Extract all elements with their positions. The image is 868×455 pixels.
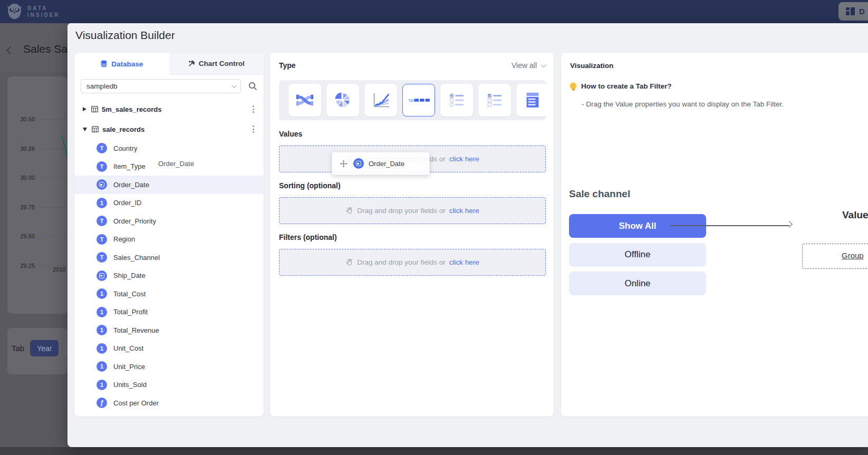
dropzone-text: Drag and drop your fields or xyxy=(357,258,445,266)
tools-icon xyxy=(188,60,195,67)
database-select-value: sampledb xyxy=(86,82,118,90)
visualization-panel: Visualization How to create a Tab Filter… xyxy=(561,53,868,417)
tree-table-5m-sales-records[interactable]: 5m_sales_records xyxy=(74,99,264,119)
top-navbar: DATA INSIDER D xyxy=(0,0,868,23)
bg-tab-option-year[interactable]: Year xyxy=(30,340,59,356)
preview-tab-button-show-all[interactable]: Show All xyxy=(569,214,706,238)
table-icon xyxy=(91,106,98,112)
field-row-unit-price[interactable]: 1Unit_Price xyxy=(74,357,264,376)
field-label: Total_Cost xyxy=(113,290,146,298)
background-line-chart: 2010 30.5030.2530.0029.7529.5029.25 xyxy=(7,76,67,314)
drag-chip-order-date[interactable]: Order_Date xyxy=(332,152,430,175)
field-label: Total_Profit xyxy=(113,308,148,316)
svg-text:Tab: Tab xyxy=(408,99,414,102)
kebab-menu-icon[interactable] xyxy=(253,125,254,133)
field-label: Ship_Date xyxy=(113,272,146,279)
builder-panel: Type View all Tab Values Drag and drop y… xyxy=(270,53,554,417)
annotation-box-label: Group xyxy=(842,251,864,260)
number-field-icon: 1 xyxy=(97,307,107,317)
lightbulb-icon xyxy=(570,83,576,89)
type-section-label: Type xyxy=(279,61,296,70)
drag-ghost-label: Order_Date xyxy=(158,160,194,168)
owl-logo-icon xyxy=(6,3,23,20)
tab-database[interactable]: Database xyxy=(74,53,169,75)
tab-chart-control[interactable]: Chart Control xyxy=(169,53,264,75)
chart-line-series xyxy=(7,76,67,314)
field-row-total-revenue[interactable]: 1Total_Revenue xyxy=(74,321,264,340)
field-label: Cost per Order xyxy=(113,399,159,407)
chart-type-radio-list[interactable] xyxy=(440,84,473,117)
view-all-button[interactable]: View all xyxy=(512,61,545,70)
field-row-order-priority[interactable]: TOrder_Priority xyxy=(74,212,264,230)
field-row-total-cost[interactable]: 1Total_Cost xyxy=(74,285,264,303)
field-row-order-id[interactable]: 1Order_ID xyxy=(74,194,264,212)
dropzone-click-here-link[interactable]: click here xyxy=(449,207,479,215)
visualization-builder-modal: Visualization Builder Database Chart Con… xyxy=(67,23,868,447)
chart-x-tick: 2010 xyxy=(53,266,65,273)
dashboard-icon xyxy=(846,7,855,15)
field-row-cost-per-order[interactable]: ƒCost per Order xyxy=(74,394,264,412)
filters-dropzone[interactable]: Drag and drop your fields or click here xyxy=(279,249,546,276)
tip-title: How to create a Tab Filter? xyxy=(581,82,672,90)
field-label: Unit_Price xyxy=(113,363,145,371)
text-field-icon: T xyxy=(97,234,107,245)
field-label: Sales_Channel xyxy=(113,254,160,262)
annotation-arrow xyxy=(670,225,789,226)
tip-body: - Drag the Value properties you want to … xyxy=(582,100,784,108)
drag-hand-icon xyxy=(345,258,353,266)
search-icon[interactable] xyxy=(248,82,257,91)
dropzone-click-here-link[interactable]: click here xyxy=(449,258,479,266)
chart-gridline xyxy=(41,119,69,120)
annotation-dashed-box: Group xyxy=(802,244,868,269)
schema-tree: 5m_sales_records sale_records TCountryTI… xyxy=(74,99,264,412)
caret-right-icon[interactable] xyxy=(83,107,86,111)
chart-y-tick: 30.00 xyxy=(3,175,35,181)
field-row-order-date[interactable]: Order_Date xyxy=(74,176,264,194)
brand-text: DATA INSIDER xyxy=(27,5,60,18)
number-field-icon: 1 xyxy=(97,343,107,354)
background-tab-filter-card: Tab YearQu xyxy=(7,328,67,374)
field-row-region[interactable]: TRegion xyxy=(74,230,264,249)
preview-tab-button-online[interactable]: Online xyxy=(569,272,706,295)
visualization-header: Visualization xyxy=(570,62,613,70)
caret-down-icon[interactable] xyxy=(83,128,87,131)
number-field-icon: 1 xyxy=(97,361,107,372)
field-list: TCountryTItem_TypeOrder_Date1Order_IDTOr… xyxy=(74,139,264,412)
table-name: sale_records xyxy=(102,125,144,133)
field-row-unit-cost[interactable]: 1Unit_Cost xyxy=(74,340,264,358)
chart-type-tab-filter-selected[interactable]: Tab xyxy=(402,84,435,117)
number-field-icon: 1 xyxy=(97,288,107,299)
field-label: Country xyxy=(113,144,138,152)
annotation-title: Value xyxy=(842,209,868,221)
chart-gridline xyxy=(41,266,69,266)
field-row-units-sold[interactable]: 1Units_Sold xyxy=(74,376,264,394)
field-row-total-profit[interactable]: 1Total_Profit xyxy=(74,303,264,322)
filters-label: Filters (optional) xyxy=(279,233,337,241)
date-field-icon xyxy=(353,158,364,169)
chart-type-pie[interactable] xyxy=(326,84,359,117)
chevron-down-icon xyxy=(232,83,237,88)
number-field-icon: 1 xyxy=(97,380,107,390)
tree-table-sale-records[interactable]: sale_records xyxy=(74,119,264,139)
dropzone-click-here-link[interactable]: click here xyxy=(449,155,479,163)
chart-gridline xyxy=(41,236,69,237)
field-row-sales-channel[interactable]: TSales_Channel xyxy=(74,248,264,267)
field-label: Region xyxy=(113,235,135,243)
dashboard-nav-button[interactable]: D xyxy=(838,2,868,21)
tab-database-label: Database xyxy=(111,60,143,68)
values-dropzone[interactable]: Drag and drop your fields or click here … xyxy=(279,146,546,172)
chart-type-checkbox-list[interactable] xyxy=(478,84,511,117)
field-row-country[interactable]: TCountry xyxy=(74,139,264,158)
chart-type-line[interactable] xyxy=(364,84,397,117)
chart-type-dropdown[interactable] xyxy=(516,84,546,117)
page-bottom-edge xyxy=(0,447,868,455)
function-field-icon: ƒ xyxy=(97,398,107,408)
sorting-dropzone[interactable]: Drag and drop your fields or click here xyxy=(279,197,546,224)
chart-type-sankey[interactable] xyxy=(288,84,321,117)
preview-tab-button-offline[interactable]: Offline xyxy=(569,243,706,267)
database-select[interactable]: sampledb xyxy=(81,79,241,93)
field-row-ship-date[interactable]: Ship_Date xyxy=(74,267,264,285)
move-icon xyxy=(340,160,348,168)
brand-logo[interactable]: DATA INSIDER xyxy=(6,3,60,20)
kebab-menu-icon[interactable] xyxy=(253,105,254,113)
